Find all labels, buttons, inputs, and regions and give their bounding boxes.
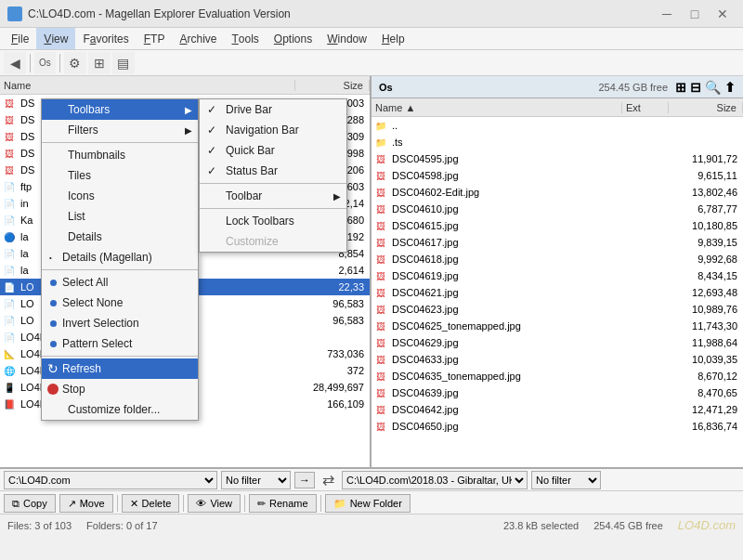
left-path-select[interactable]: C:\LO4D.com	[4, 471, 217, 489]
title-text: C:\LO4D.com - Magellan Explorer Evaluati…	[28, 7, 654, 20]
right-file-row[interactable]: 🖼 DSC04598.jpg 9,615,11	[372, 167, 743, 184]
right-file-row[interactable]: 🖼 DSC04617.jpg 9,839,15	[372, 234, 743, 251]
toolbar-os[interactable]: Os	[34, 52, 56, 74]
right-file-row[interactable]: 🖼 DSC04633.jpg 10,039,35	[372, 351, 743, 368]
menu-ftp[interactable]: FTP	[137, 28, 173, 49]
menu-item-toolbars[interactable]: Toolbars ▶	[42, 99, 198, 120]
toolbars-submenu: ✓ Drive Bar ✓ Navigation Bar ✓ Quick Bar…	[199, 98, 347, 253]
submenu-item-toolbar[interactable]: Toolbar ▶	[200, 186, 346, 206]
submenu-item-drive-bar[interactable]: ✓ Drive Bar	[200, 99, 346, 120]
right-file-row[interactable]: 🖼 DSC04618.jpg 9,992,68	[372, 251, 743, 267]
copy-button[interactable]: ⧉ Copy	[4, 494, 56, 513]
right-file-row[interactable]: 🖼 DSC04623.jpg 10,989,76	[372, 301, 743, 318]
maximize-button[interactable]: □	[682, 4, 708, 24]
new-folder-label: New Folder	[350, 498, 402, 509]
new-folder-button[interactable]: 📁 New Folder	[325, 494, 411, 513]
menu-item-details[interactable]: Details	[42, 227, 198, 247]
submenu-item-status-bar[interactable]: ✓ Status Bar	[200, 161, 346, 181]
file-icon: 📄	[2, 263, 17, 278]
view-button[interactable]: 👁 View	[188, 494, 241, 513]
toolbar-btn-4[interactable]: ⊞	[88, 52, 111, 74]
right-file-row[interactable]: 📁 .ts	[372, 134, 743, 150]
right-path-select[interactable]: C:\LO4D.com\2018.03 - Gibraltar, UK	[342, 471, 528, 489]
file-icon: 📄	[2, 246, 17, 261]
submenu-item-nav-bar[interactable]: ✓ Navigation Bar	[200, 120, 346, 140]
left-col-name: Name	[0, 80, 295, 91]
menu-help[interactable]: Help	[374, 28, 412, 49]
menu-item-tiles[interactable]: Tiles	[42, 165, 198, 186]
bottom-area: C:\LO4D.com No filter → ⇄ C:\LO4D.com\20…	[0, 467, 743, 514]
close-button[interactable]: ✕	[710, 4, 736, 24]
menu-item-stop[interactable]: Stop	[42, 379, 198, 399]
menu-window[interactable]: Window	[319, 28, 374, 49]
right-file-row[interactable]: 🖼 DSC04642.jpg 12,471,29	[372, 401, 743, 418]
right-file-row[interactable]: 🖼 DSC04635_tonemapped.jpg 8,670,12	[372, 368, 743, 384]
right-file-row[interactable]: 🖼 DSC04639.jpg 8,470,65	[372, 384, 743, 401]
submenu-item-lock-toolbars[interactable]: Lock Toolbars	[200, 211, 346, 231]
menu-item-filters[interactable]: Filters ▶	[42, 120, 198, 140]
menu-item-icons[interactable]: Icons	[42, 186, 198, 206]
menu-view[interactable]: View	[36, 28, 75, 49]
menu-item-select-none[interactable]: Select None	[42, 293, 198, 313]
menu-item-customize-folder[interactable]: Customize folder...	[42, 399, 198, 420]
right-file-row[interactable]: 🖼 DSC04625_tonemapped.jpg 11,743,30	[372, 318, 743, 334]
rename-button[interactable]: ✏ Rename	[249, 494, 317, 513]
menu-favorites[interactable]: Favorites	[75, 28, 136, 49]
menu-item-details-magellan[interactable]: • Details (Magellan)	[42, 247, 198, 267]
right-file-row[interactable]: 🖼 DSC04595.jpg 11,901,72	[372, 150, 743, 167]
menu-item-invert-selection[interactable]: Invert Selection	[42, 313, 198, 333]
submenu-sep	[200, 208, 346, 209]
right-file-row[interactable]: 🖼 DSC04629.jpg 11,988,64	[372, 334, 743, 351]
jpg-icon: 🖼	[373, 168, 388, 183]
toolbar-back[interactable]: ◀	[4, 52, 26, 74]
panel-icon-4: ⬆	[724, 80, 736, 95]
right-file-row[interactable]: 🖼 DSC04615.jpg 10,180,85	[372, 217, 743, 234]
left-col-size: Size	[295, 80, 370, 91]
menu-archive[interactable]: Archive	[172, 28, 224, 49]
menu-item-refresh[interactable]: ↻ Refresh	[42, 358, 198, 379]
left-filter-select[interactable]: No filter	[221, 471, 291, 489]
action-sep	[320, 495, 321, 512]
minimize-button[interactable]: ─	[654, 4, 680, 24]
new-folder-icon: 📁	[333, 498, 346, 510]
right-file-row[interactable]: 📁 ..	[372, 117, 743, 134]
file-icon: 📕	[2, 397, 17, 411]
left-path-go-button[interactable]: →	[294, 472, 315, 488]
details-label: Details	[68, 230, 102, 243]
right-file-row[interactable]: 🖼 DSC04602-Edit.jpg 13,802,46	[372, 184, 743, 201]
toolbar-btn-3[interactable]: ⚙	[64, 52, 86, 74]
move-icon: ↗	[68, 498, 76, 510]
file-icon: 📄	[2, 296, 17, 311]
right-col-ext[interactable]: Ext	[622, 102, 669, 113]
selected-size: 23.8 kB selected	[503, 520, 579, 531]
toolbar-btn-5[interactable]: ▤	[112, 52, 135, 74]
action-sep	[244, 495, 245, 512]
check-icon: ✓	[207, 164, 216, 177]
move-button[interactable]: ↗ Move	[59, 494, 113, 513]
submenu-item-quick-bar[interactable]: ✓ Quick Bar	[200, 140, 346, 161]
select-none-label: Select None	[62, 296, 123, 309]
right-file-row[interactable]: 🖼 DSC04610.jpg 6,787,77	[372, 201, 743, 217]
toolbar-sep-2	[59, 54, 60, 72]
menu-item-pattern-select[interactable]: Pattern Select	[42, 333, 198, 354]
menu-item-thumbnails[interactable]: Thumbnails	[42, 145, 198, 165]
right-col-size[interactable]: Size	[669, 102, 743, 113]
delete-button[interactable]: ✕ Delete	[122, 494, 180, 513]
menu-file[interactable]: File	[4, 28, 36, 49]
select-all-label: Select All	[62, 276, 108, 289]
jpg-icon: 🖼	[373, 268, 388, 283]
menu-tools[interactable]: Tools	[224, 28, 266, 49]
menu-item-list[interactable]: List	[42, 206, 198, 227]
menu-options[interactable]: Options	[267, 28, 319, 49]
copy-label: Copy	[23, 498, 47, 509]
file-icon: 🖼	[2, 146, 17, 161]
jpg-icon: 🖼	[373, 419, 388, 434]
right-filter-select[interactable]: No filter	[531, 471, 601, 489]
file-icon: 📄	[2, 213, 17, 228]
right-file-row[interactable]: 🖼 DSC04619.jpg 8,434,15	[372, 267, 743, 284]
menu-item-select-all[interactable]: Select All	[42, 272, 198, 293]
right-file-row[interactable]: 🖼 DSC04621.jpg 12,693,48	[372, 284, 743, 301]
panel-icon-3: 🔍	[705, 80, 721, 95]
right-file-row[interactable]: 🖼 DSC04650.jpg 16,836,74	[372, 418, 743, 435]
jpg-icon: 🖼	[373, 151, 388, 166]
